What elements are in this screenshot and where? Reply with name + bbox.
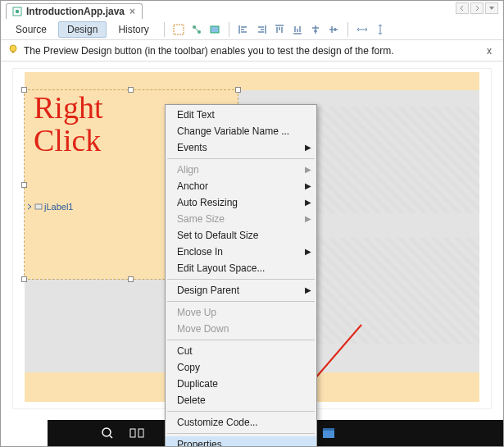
resize-horiz-icon[interactable] — [355, 22, 370, 37]
menu-events[interactable]: Events▶ — [166, 139, 316, 156]
menu-same-size: Same Size▶ — [166, 211, 316, 227]
dropdown-button[interactable] — [485, 2, 498, 14]
svg-rect-5 — [211, 26, 219, 33]
file-tabs-row: IntroductionApp.java × — [1, 1, 503, 19]
menu-copy[interactable]: Copy — [166, 359, 316, 376]
resize-handle[interactable] — [128, 87, 134, 93]
chevron-right-icon: ▶ — [305, 165, 311, 174]
align-top-icon[interactable] — [272, 22, 287, 37]
center-horiz-icon[interactable] — [308, 22, 323, 37]
resize-handle[interactable] — [21, 276, 27, 282]
chevron-right-icon: ▶ — [305, 247, 311, 256]
chevron-right-icon: ▶ — [305, 198, 311, 207]
svg-point-6 — [10, 45, 16, 52]
separator — [167, 340, 315, 340]
close-icon[interactable]: × — [128, 6, 137, 17]
menu-align: Align▶ — [166, 162, 316, 178]
hint-close-button[interactable]: x — [482, 45, 497, 57]
menu-move-down: Move Down — [166, 321, 316, 337]
svg-rect-7 — [12, 52, 15, 53]
separator — [164, 22, 165, 37]
label-icon — [34, 203, 43, 211]
label-component[interactable]: jLabel1 — [26, 202, 73, 212]
resize-vert-icon[interactable] — [373, 22, 388, 37]
separator — [229, 22, 229, 37]
file-tab[interactable]: IntroductionApp.java × — [6, 3, 143, 19]
center-vert-icon[interactable] — [326, 22, 341, 37]
separator — [167, 433, 315, 434]
menu-enclose-in[interactable]: Enclose In▶ — [166, 244, 316, 260]
align-left-icon[interactable] — [236, 22, 251, 37]
form-edge-top — [25, 72, 479, 90]
separator — [167, 411, 315, 412]
svg-rect-10 — [130, 429, 135, 437]
chevron-right-icon: ▶ — [305, 181, 311, 190]
svg-rect-11 — [138, 429, 143, 437]
tab-source[interactable]: Source — [7, 22, 55, 37]
editor-toolbar: Source Design History — [1, 19, 503, 40]
chevron-right-icon: ▶ — [305, 214, 311, 223]
separator — [167, 301, 315, 302]
lightbulb-icon — [7, 43, 19, 57]
menu-cut[interactable]: Cut — [166, 343, 316, 359]
resize-handle[interactable] — [128, 276, 134, 282]
hint-bar: The Preview Design button (in the toolba… — [1, 40, 503, 62]
tab-design[interactable]: Design — [58, 21, 107, 38]
svg-rect-20 — [323, 428, 334, 431]
svg-rect-2 — [174, 25, 184, 34]
label-text: jLabel1 — [44, 202, 73, 212]
menu-change-variable-name[interactable]: Change Variable Name ... — [166, 123, 316, 139]
preview-design-icon[interactable] — [207, 22, 222, 37]
scroll-left-button[interactable] — [456, 2, 469, 14]
taskbar-search-icon[interactable] — [97, 423, 118, 443]
svg-point-9 — [102, 428, 111, 436]
menu-delete[interactable]: Delete — [166, 392, 316, 408]
scroll-right-button[interactable] — [470, 2, 484, 14]
menu-set-default-size[interactable]: Set to Default Size — [166, 227, 316, 244]
menu-design-parent[interactable]: Design Parent▶ — [166, 282, 316, 299]
menu-auto-resizing[interactable]: Auto Resizing▶ — [166, 194, 316, 211]
separator — [347, 22, 348, 37]
align-bottom-icon[interactable] — [290, 22, 305, 37]
tab-row-controls — [456, 2, 498, 14]
connection-mode-icon[interactable] — [189, 22, 204, 37]
chevron-right-icon — [26, 203, 33, 210]
menu-properties[interactable]: Properties — [166, 436, 316, 447]
taskbar-taskview-icon[interactable] — [126, 423, 148, 443]
separator — [167, 158, 315, 159]
resize-handle[interactable] — [21, 182, 27, 188]
svg-point-1 — [16, 10, 19, 13]
hint-text: The Preview Design button (in the toolba… — [24, 45, 477, 57]
tab-history[interactable]: History — [110, 22, 157, 37]
selection-mode-icon[interactable] — [171, 22, 186, 37]
menu-edit-text[interactable]: Edit Text — [166, 107, 316, 123]
menu-customize-code[interactable]: Customize Code... — [166, 414, 316, 431]
taskbar-app-generic[interactable] — [318, 423, 339, 443]
menu-edit-layout-space[interactable]: Edit Layout Space... — [166, 260, 316, 276]
context-menu: Edit Text Change Variable Name ... Event… — [165, 104, 317, 447]
chevron-right-icon: ▶ — [305, 143, 311, 152]
svg-rect-8 — [35, 204, 42, 209]
resize-handle[interactable] — [235, 87, 241, 93]
menu-move-up: Move Up — [166, 304, 316, 321]
align-right-icon[interactable] — [254, 22, 269, 37]
chevron-right-icon: ▶ — [305, 285, 311, 294]
file-tab-label: IntroductionApp.java — [26, 6, 125, 17]
java-file-icon — [11, 6, 23, 17]
menu-duplicate[interactable]: Duplicate — [166, 376, 316, 392]
resize-handle[interactable] — [21, 87, 27, 93]
menu-anchor[interactable]: Anchor▶ — [166, 178, 316, 194]
separator — [167, 279, 315, 280]
